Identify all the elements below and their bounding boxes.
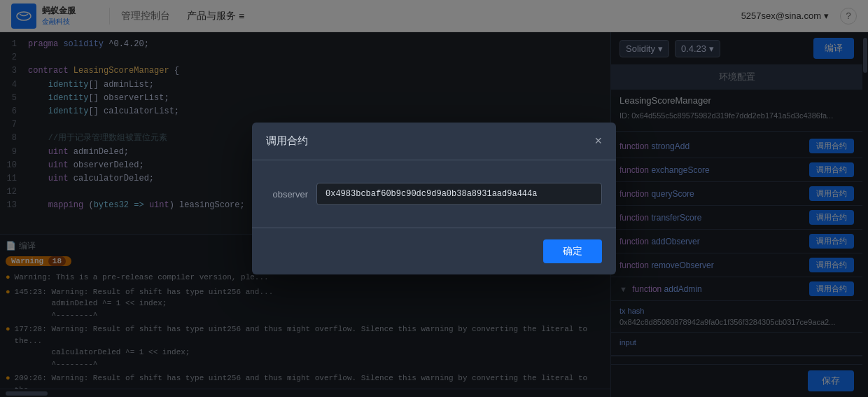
observer-input[interactable]	[316, 183, 602, 205]
modal-body: observer	[252, 160, 616, 228]
modal-title: 调用合约	[266, 134, 308, 148]
confirm-button[interactable]: 确定	[543, 239, 602, 263]
modal-footer: 确定	[252, 228, 616, 274]
modal-overlay[interactable]: 调用合约 × observer 确定	[0, 0, 868, 397]
field-label: observer	[266, 189, 308, 200]
modal-header: 调用合约 ×	[252, 123, 616, 160]
modal-field: observer	[266, 183, 602, 205]
modal-dialog: 调用合约 × observer 确定	[252, 123, 616, 274]
modal-close-button[interactable]: ×	[594, 134, 602, 148]
